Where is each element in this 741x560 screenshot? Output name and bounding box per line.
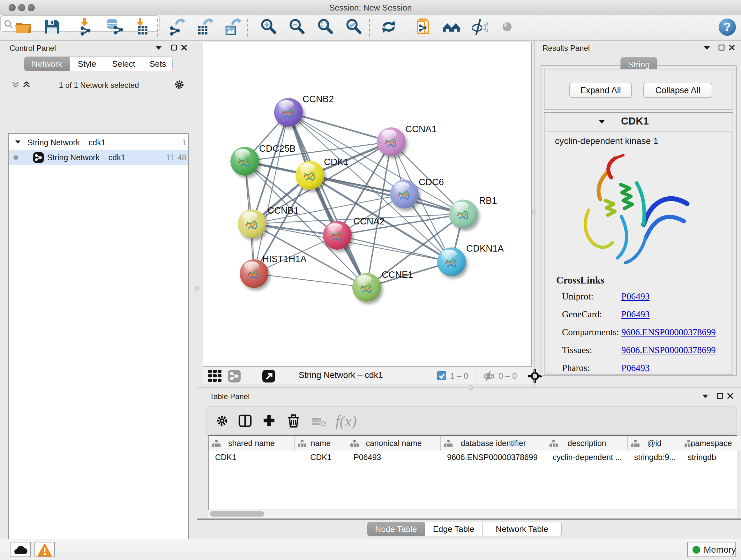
network-tree-row[interactable]: String Network – cdk11148 bbox=[9, 150, 188, 165]
share-network-icon[interactable] bbox=[228, 370, 241, 382]
save-session-button[interactable] bbox=[43, 18, 62, 38]
node-table[interactable]: shared namenamecanonical namedatabase id… bbox=[208, 435, 737, 509]
column-header-namespace[interactable]: namespace bbox=[681, 436, 741, 450]
edge-count: 48 bbox=[169, 150, 186, 165]
float-panel-icon[interactable] bbox=[717, 393, 723, 399]
network-node-CDC25B[interactable] bbox=[230, 147, 259, 176]
show-details-button[interactable] bbox=[498, 18, 518, 38]
network-node-HIST1H1A[interactable] bbox=[240, 259, 268, 288]
add-column-icon[interactable] bbox=[263, 414, 275, 427]
network-node-CCNB2[interactable] bbox=[274, 98, 303, 127]
collapse-all-button[interactable]: Collapse All bbox=[643, 83, 712, 98]
help-button[interactable]: ? bbox=[719, 18, 736, 36]
cloud-button[interactable] bbox=[10, 542, 31, 557]
table-cell[interactable]: 9606.ENSP00000378699 bbox=[441, 450, 546, 464]
export-table-icon bbox=[196, 18, 214, 36]
column-header-sharedname[interactable]: shared name bbox=[209, 436, 294, 450]
tab-style[interactable]: Style bbox=[70, 57, 105, 71]
table-settings-gear-icon[interactable] bbox=[216, 415, 228, 427]
crosslink-row: Tissues:9606.ENSP00000378699 bbox=[547, 342, 732, 360]
crosslink-value-link[interactable]: 9606.ENSP00000378699 bbox=[621, 327, 716, 337]
right-splitter-handle[interactable] bbox=[532, 210, 536, 214]
tab-select[interactable]: Select bbox=[105, 57, 143, 71]
tab-node-table[interactable]: Node Table bbox=[367, 522, 425, 537]
share-document-button[interactable] bbox=[415, 18, 434, 38]
column-header-canonicalname[interactable]: canonical name bbox=[347, 436, 441, 450]
svg-text:f(x): f(x) bbox=[335, 413, 357, 430]
table-horizontal-scrollbar[interactable] bbox=[208, 509, 737, 518]
close-panel-icon[interactable] bbox=[727, 393, 733, 399]
tab-network-table[interactable]: Network Table bbox=[482, 522, 562, 537]
export-network-button[interactable] bbox=[168, 18, 187, 38]
edge-count: 1 bbox=[169, 135, 186, 150]
status-bar: Memory bbox=[0, 539, 741, 560]
birdseye-icon[interactable] bbox=[262, 370, 275, 382]
collapse-all-icon[interactable] bbox=[12, 81, 19, 88]
left-splitter-handle[interactable] bbox=[195, 286, 199, 291]
crosslink-value-link[interactable]: 9606.ENSP00000378699 bbox=[621, 345, 716, 355]
column-header-id[interactable]: @id bbox=[628, 436, 681, 450]
tab-edge-table[interactable]: Edge Table bbox=[425, 522, 482, 537]
import-table-file-button[interactable] bbox=[133, 18, 152, 38]
column-label: canonical name bbox=[347, 439, 441, 448]
table-cell[interactable]: stringdb:9... bbox=[628, 450, 681, 464]
memory-button[interactable]: Memory bbox=[687, 542, 736, 557]
network-node-CCNB1[interactable] bbox=[238, 209, 266, 238]
crosslink-value-link[interactable]: P06493 bbox=[621, 291, 650, 302]
network-options-gear-icon[interactable] bbox=[174, 79, 185, 90]
network-node-CDKN1A[interactable] bbox=[437, 247, 466, 276]
collapse-panel-icon[interactable] bbox=[704, 46, 710, 50]
network-node-CCNA1[interactable] bbox=[377, 127, 406, 156]
tab-sets[interactable]: Sets bbox=[143, 57, 173, 71]
crosslink-value-link[interactable]: P06493 bbox=[621, 309, 650, 320]
table-cell[interactable]: cyclin-dependent ... bbox=[546, 450, 628, 464]
zoom-in-button[interactable] bbox=[260, 18, 279, 38]
column-header-description[interactable]: description bbox=[546, 436, 628, 450]
export-image-button[interactable] bbox=[224, 18, 243, 38]
close-panel-icon[interactable] bbox=[181, 44, 187, 51]
expand-all-button[interactable]: Expand All bbox=[569, 83, 632, 98]
delete-column-icon[interactable] bbox=[287, 414, 300, 428]
grid-view-icon[interactable] bbox=[208, 370, 223, 382]
network-tree-row[interactable]: String Network – cdk11 bbox=[9, 135, 188, 150]
refresh-view-button[interactable] bbox=[380, 18, 399, 38]
network-node-CCNA2[interactable] bbox=[323, 221, 352, 250]
column-header-databaseidentifier[interactable]: database identifier bbox=[441, 436, 546, 450]
import-network-file-button[interactable] bbox=[78, 18, 97, 38]
toolbar-separator bbox=[247, 19, 248, 37]
export-table-button[interactable] bbox=[196, 18, 215, 38]
table-cell[interactable]: stringdb bbox=[681, 450, 741, 464]
warning-button[interactable] bbox=[35, 542, 55, 557]
collapse-panel-icon[interactable] bbox=[156, 46, 161, 50]
selected-checkbox[interactable] bbox=[437, 371, 446, 380]
show-columns-icon[interactable] bbox=[239, 414, 252, 428]
network-canvas[interactable]: CCNB2CCNA1CDC25BCDK1CDC6RB1CCNB1CCNA2CDK… bbox=[203, 42, 532, 367]
open-session-button[interactable] bbox=[14, 18, 33, 38]
crosslink-value-link[interactable]: P06493 bbox=[621, 363, 650, 373]
float-panel-icon[interactable] bbox=[171, 44, 177, 51]
zoom-fit-button[interactable] bbox=[317, 18, 336, 38]
network-node-CCNE1[interactable] bbox=[352, 273, 381, 302]
hidden-eye-icon[interactable] bbox=[482, 371, 495, 381]
expand-all-icon[interactable] bbox=[23, 81, 30, 88]
table-cell[interactable]: CDK1 bbox=[294, 450, 347, 464]
table-cell[interactable]: CDK1 bbox=[209, 450, 294, 464]
entry-expander-icon[interactable] bbox=[599, 120, 605, 124]
protein-thumbnail-icon bbox=[443, 254, 461, 272]
tab-network[interactable]: Network bbox=[24, 57, 70, 71]
network-node-CDK1[interactable] bbox=[295, 161, 324, 190]
tree-expander-icon[interactable] bbox=[15, 140, 20, 144]
zoom-out-button[interactable] bbox=[288, 18, 308, 38]
close-panel-icon[interactable] bbox=[729, 44, 735, 51]
home-view-button[interactable] bbox=[443, 18, 462, 38]
hide-details-button[interactable] bbox=[470, 18, 489, 38]
network-node-RB1[interactable] bbox=[449, 199, 478, 228]
collapse-panel-icon[interactable] bbox=[702, 395, 708, 398]
scrollbar-thumb[interactable] bbox=[210, 511, 264, 516]
table-cell[interactable]: P06493 bbox=[347, 450, 441, 464]
import-network-database-button[interactable] bbox=[106, 18, 125, 38]
column-header-name[interactable]: name bbox=[294, 436, 347, 450]
network-node-CDC6[interactable] bbox=[390, 180, 419, 208]
zoom-selected-button[interactable] bbox=[345, 18, 364, 38]
float-panel-icon[interactable] bbox=[718, 44, 725, 51]
